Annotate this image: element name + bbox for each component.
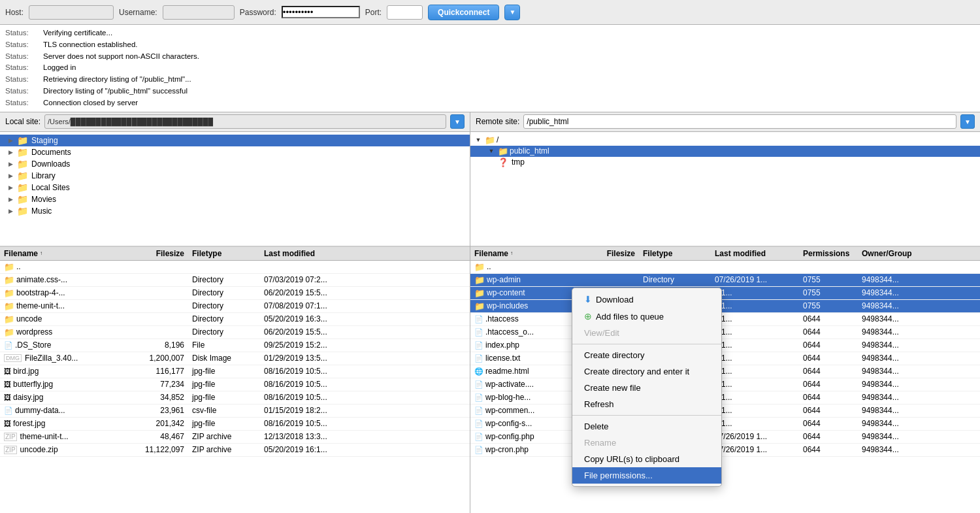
remote-file-row-htaccess[interactable]: 📄.htaccess 9 1... 0644 9498344... (470, 313, 980, 326)
remote-modified-wp-config-s: 9 1... (712, 419, 800, 428)
remote-file-row-htaccess-o[interactable]: 📄.htaccess_o... 9 1... 0644 9498344... (470, 326, 980, 339)
tree-item-root[interactable]: ▼ 📁 / (470, 135, 980, 146)
file-icon-butterfly: 🖼 (4, 380, 11, 388)
local-file-row-filezilla[interactable]: DMGFileZilla_3.40... 1,200,007 Disk Imag… (0, 352, 470, 365)
remote-file-row-wp-cron[interactable]: 📄wp-cron.php 3,847 php-file 07/26/2019 1… (470, 444, 980, 457)
local-modified-theme-zip: 12/13/2018 13:3... (261, 432, 470, 441)
local-type-animate: Directory (189, 275, 261, 284)
local-file-row-uncode[interactable]: 📁uncode Directory 05/20/2019 16:3... (0, 313, 470, 326)
remote-site-path[interactable]: /public_html (523, 114, 956, 129)
local-modified-bird: 08/16/2019 10:5... (261, 367, 470, 376)
ctx-refresh[interactable]: Refresh (572, 396, 721, 412)
file-icon-wp-cron: 📄 (474, 446, 483, 454)
ctx-create-dir[interactable]: Create directory (572, 347, 721, 363)
file-icon-dummy: 📄 (4, 406, 13, 415)
local-file-row-animate[interactable]: 📁animate.css-... Directory 07/03/2019 07… (0, 274, 470, 287)
remote-file-row-wp-config-s[interactable]: 📄wp-config-s... 9 1... 0644 9498344... (470, 418, 980, 431)
local-file-row-wordpress[interactable]: 📁wordpress Directory 06/20/2019 15:5... (0, 326, 470, 339)
local-file-row-ds-store[interactable]: 📄.DS_Store 8,196 File 09/25/2019 15:2... (0, 339, 470, 352)
local-file-row-uncode-zip[interactable]: ZIPuncode.zip 11,122,097 ZIP archive 05/… (0, 444, 470, 457)
folder-icon-staging: 📁 (17, 135, 28, 146)
remote-owner-wp-commen: 9498344... (859, 406, 980, 415)
remote-file-row-wp-blog-he[interactable]: 📄wp-blog-he... 9 1... 0644 9498344... (470, 391, 980, 405)
file-icon-wp-blog-he: 📄 (474, 393, 483, 402)
ctx-add-queue-label: Add files to queue (596, 312, 664, 322)
remote-header-filesize[interactable]: Filesize (588, 249, 640, 258)
ctx-file-perms[interactable]: File permissions... (572, 467, 721, 484)
local-file-row-theme-zip[interactable]: ZIPtheme-unit-t... 48,467 ZIP archive 12… (0, 431, 470, 444)
ctx-sep-1 (572, 344, 721, 344)
remote-files-body[interactable]: 📁.. 📁wp-admin Directory 07/26/2019 1... … (470, 261, 980, 513)
remote-header-filetype[interactable]: Filetype (640, 249, 712, 258)
local-file-row-dotdot[interactable]: 📁.. (0, 261, 470, 274)
password-input[interactable] (282, 6, 360, 18)
quickconnect-dropdown[interactable]: ▼ (504, 5, 520, 20)
local-file-row-bootstrap[interactable]: 📁bootstrap-4-... Directory 06/20/2019 15… (0, 287, 470, 300)
local-header-modified[interactable]: Last modified (261, 249, 470, 258)
remote-perm-index-php: 0644 (800, 340, 859, 350)
remote-file-row-dotdot[interactable]: 📁.. (470, 261, 980, 274)
tree-item-staging[interactable]: ▶ 📁 Staging (0, 135, 470, 146)
ctx-copy-url-label: Copy URL(s) to clipboard (584, 454, 679, 464)
remote-file-row-wp-includes[interactable]: 📁wp-includes Directory 9 1... 0755 94983… (470, 300, 980, 313)
remote-perm-wp-blog-he: 0644 (800, 393, 859, 402)
ctx-delete-label: Delete (584, 422, 609, 431)
remote-filename-wp-config: wp-config.php (485, 432, 534, 441)
local-modified-animate: 07/03/2019 07:2... (261, 275, 470, 284)
remote-file-row-index-php[interactable]: 📄index.php 9 1... 0644 9498344... (470, 339, 980, 352)
tree-item-public-html[interactable]: ▼ 📁 public_html (470, 146, 980, 157)
remote-file-row-readme[interactable]: 🌐readme.html 9 1... 0644 9498344... (470, 365, 980, 378)
remote-file-row-wp-config[interactable]: 📄wp-config.php 2,852 php-file 07/26/2019… (470, 431, 980, 444)
tree-item-documents[interactable]: ▶ 📁 Documents (0, 146, 470, 158)
local-type-daisy: jpg-file (189, 393, 261, 402)
local-site-dropdown[interactable]: ▼ (450, 114, 465, 129)
tree-item-movies[interactable]: ▶ 📁 Movies (0, 193, 470, 205)
remote-file-row-license[interactable]: 📄license.txt 9 1... 0644 9498344... (470, 352, 980, 365)
local-file-row-forest[interactable]: 🖼forest.jpg 201,342 jpg-file 08/16/2019 … (0, 418, 470, 431)
ctx-delete[interactable]: Delete (572, 418, 721, 435)
local-file-row-dummy[interactable]: 📄dummy-data... 23,961 csv-file 01/15/201… (0, 405, 470, 418)
file-icon-wp-activate: 📄 (474, 380, 483, 389)
username-label: Username: (119, 8, 157, 17)
ctx-copy-url[interactable]: Copy URL(s) to clipboard (572, 451, 721, 467)
ctx-add-queue[interactable]: ⊕ Add files to queue (572, 308, 721, 325)
remote-file-row-wp-commen[interactable]: 📄wp-commen... 9 1... 0644 9498344... (470, 405, 980, 418)
tree-item-localsites[interactable]: ▶ 📁 Local Sites (0, 182, 470, 193)
remote-filename-index-php: index.php (485, 340, 519, 350)
remote-file-row-wp-content[interactable]: 📁wp-content Directory 9 1... 0755 949834… (470, 287, 980, 300)
file-icon-forest: 🖼 (4, 420, 11, 427)
file-icon-filezilla: DMG (4, 354, 22, 362)
remote-file-row-wp-activate[interactable]: 📄wp-activate.... 9 1... 0644 9498344... (470, 378, 980, 391)
remote-file-row-wp-admin[interactable]: 📁wp-admin Directory 07/26/2019 1... 0755… (470, 274, 980, 287)
tree-item-tmp[interactable]: ❓ tmp (470, 157, 980, 168)
ctx-create-file[interactable]: Create new file (572, 380, 721, 396)
local-modified-butterfly: 08/16/2019 10:5... (261, 380, 470, 389)
local-header-filename[interactable]: Filename ↑ (0, 249, 131, 258)
remote-header-modified[interactable]: Last modified (712, 249, 800, 258)
local-tree[interactable]: ▶ 📁 Staging ▶ 📁 Documents ▶ 📁 Downloads … (0, 132, 470, 246)
port-input[interactable] (387, 5, 423, 20)
remote-tree[interactable]: ▼ 📁 / ▼ 📁 public_html ❓ tmp (470, 132, 980, 246)
ctx-download[interactable]: ⬇ Download (572, 291, 721, 308)
local-header-filesize[interactable]: Filesize (131, 249, 189, 258)
local-files-body[interactable]: 📁.. 📁animate.css-... Directory 07/03/201… (0, 261, 470, 513)
tree-item-music[interactable]: ▶ 📁 Music (0, 205, 470, 217)
ctx-create-dir-enter[interactable]: Create directory and enter it (572, 363, 721, 380)
local-header-filetype[interactable]: Filetype (189, 249, 261, 258)
quickconnect-button[interactable]: Quickconnect (428, 5, 499, 20)
local-file-row-bird[interactable]: 🖼bird.jpg 116,177 jpg-file 08/16/2019 10… (0, 365, 470, 378)
local-site-path[interactable]: /Users/████████████████████████████ (44, 114, 446, 129)
remote-header-filename[interactable]: Filename ↑ (470, 249, 588, 258)
download-icon: ⬇ (584, 294, 592, 305)
remote-header-permissions[interactable]: Permissions (800, 249, 859, 258)
local-file-row-daisy[interactable]: 🖼daisy.jpg 34,852 jpg-file 08/16/2019 10… (0, 391, 470, 405)
local-file-row-theme[interactable]: 📁theme-unit-t... Directory 07/08/2019 07… (0, 300, 470, 313)
local-file-row-butterfly[interactable]: 🖼butterfly.jpg 77,234 jpg-file 08/16/201… (0, 378, 470, 391)
host-input[interactable] (29, 5, 114, 20)
remote-header-owner[interactable]: Owner/Group (859, 249, 980, 258)
tree-item-library[interactable]: ▶ 📁 Library (0, 170, 470, 182)
username-input[interactable] (163, 5, 235, 20)
context-menu[interactable]: ⬇ Download ⊕ Add files to queue View/Edi… (572, 288, 722, 487)
tree-item-downloads[interactable]: ▶ 📁 Downloads (0, 158, 470, 170)
remote-site-dropdown[interactable]: ▼ (960, 114, 975, 129)
